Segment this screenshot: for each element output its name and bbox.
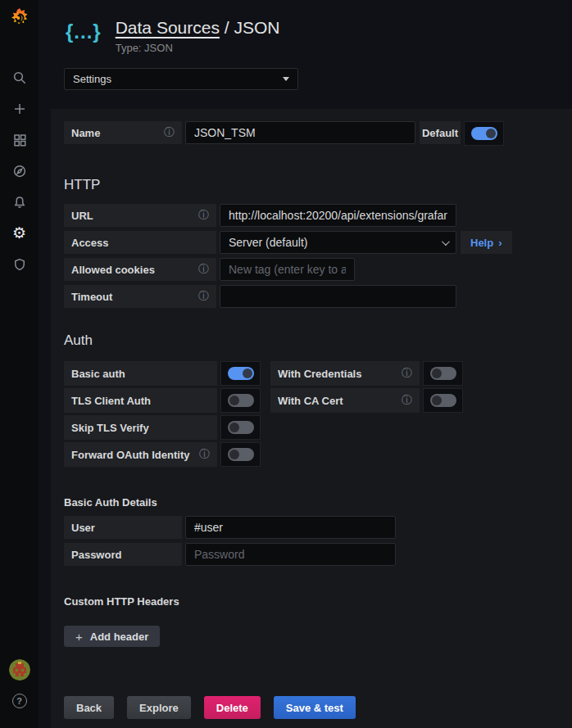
default-label-text: Default [422,127,458,139]
with-ca-cert-toggle-switch[interactable] [430,394,456,407]
name-label-text: Name [71,127,100,139]
page-header: {...} Data Sources / JSON Type: JSON [39,0,572,54]
url-label-text: URL [71,210,93,222]
user-label: User [64,516,182,539]
tls-client-auth-toggle[interactable] [220,388,261,413]
sidebar: ⚙ ? [0,0,39,728]
auth-row-4: Forward OAuth Identity ⓘ [64,442,559,467]
selected-tab-label: Settings [73,73,111,85]
info-icon: ⓘ [402,393,412,408]
user-label-text: User [71,522,95,534]
save-and-test-button[interactable]: Save & test [274,696,356,719]
search-icon[interactable] [12,70,27,85]
help-glyph: ? [16,696,22,706]
timeout-row: Timeout ⓘ [64,285,559,308]
default-label: Default [420,121,461,144]
basic-auth-label-text: Basic auth [71,368,125,380]
sidebar-bottom: ? [9,659,30,708]
back-button[interactable]: Back [64,696,114,719]
grafana-logo[interactable] [8,7,31,29]
add-header-button[interactable]: + Add header [64,626,160,647]
forward-oauth-label-text: Forward OAuth Identity [71,449,189,461]
breadcrumb-separator: / [220,18,234,37]
with-credentials-toggle-switch[interactable] [430,367,456,380]
with-credentials-toggle[interactable] [423,361,463,386]
auth-row-2: TLS Client Auth With CA Cert ⓘ [64,388,559,413]
explore-button[interactable]: Explore [127,696,191,719]
access-select[interactable]: Server (default) [220,231,456,254]
with-credentials-label-text: With Credentials [278,368,361,380]
http-section-title: HTTP [64,177,559,193]
url-label: URL ⓘ [64,204,216,227]
delete-button[interactable]: Delete [204,696,261,719]
forward-oauth-toggle-switch[interactable] [228,448,254,461]
password-label-text: Password [71,549,121,561]
datasource-braces-icon: {...} [66,18,102,54]
allowed-cookies-label: Allowed cookies ⓘ [64,258,216,281]
access-help-button[interactable]: Help › [461,231,512,254]
info-icon: ⓘ [198,208,209,223]
basic-auth-toggle-switch[interactable] [228,367,254,380]
allowed-cookies-row: Allowed cookies ⓘ [64,258,559,281]
allowed-cookies-input[interactable] [220,258,355,281]
with-credentials-label: With Credentials ⓘ [270,361,420,386]
info-icon: ⓘ [198,289,209,304]
user-avatar[interactable] [9,659,30,681]
default-toggle[interactable] [464,121,504,146]
name-row: Name ⓘ Default [64,121,559,144]
basic-auth-toggle[interactable] [220,361,261,386]
sidebar-menu: ⚙ [12,70,27,272]
info-icon: ⓘ [198,262,209,277]
auth-row-3: Skip TLS Verify [64,415,559,440]
settings-panel: Name ⓘ Default HTTP URL ⓘ Access [51,109,572,728]
dashboards-icon[interactable] [12,133,27,147]
skip-tls-verify-label-text: Skip TLS Verify [71,422,149,434]
access-label-text: Access [71,237,109,249]
action-buttons: Back Explore Delete Save & test [64,696,559,719]
info-icon: ⓘ [164,125,175,140]
chevron-down-icon [442,237,450,246]
forward-oauth-label: Forward OAuth Identity ⓘ [64,442,217,467]
main-content: {...} Data Sources / JSON Type: JSON Set… [39,0,572,90]
help-button-label: Help [470,237,493,249]
access-label: Access [64,231,216,254]
plus-icon[interactable] [12,102,27,116]
alerting-bell-icon[interactable] [12,195,27,210]
tls-client-auth-toggle-switch[interactable] [228,394,254,407]
help-icon[interactable]: ? [12,694,27,708]
user-input[interactable] [185,516,396,539]
caret-down-icon [283,77,289,81]
with-ca-cert-label-text: With CA Cert [278,395,343,407]
info-icon: ⓘ [402,366,412,381]
with-ca-cert-label: With CA Cert ⓘ [270,388,420,413]
password-input[interactable] [185,543,396,566]
tls-client-auth-label: TLS Client Auth [64,388,217,413]
tls-client-auth-label-text: TLS Client Auth [71,395,151,407]
auth-row-1: Basic auth With Credentials ⓘ [64,361,559,386]
timeout-label: Timeout ⓘ [64,285,216,308]
breadcrumb-datasources-link[interactable]: Data Sources [116,18,220,37]
explore-compass-icon[interactable] [12,164,27,179]
user-row: User [64,516,559,539]
default-toggle-switch[interactable] [471,127,497,140]
settings-tab-select[interactable]: Settings [64,68,298,90]
chevron-right-icon: › [498,237,502,249]
gear-glyph: ⚙ [12,226,26,241]
access-row: Access Server (default) Help › [64,231,559,254]
with-ca-cert-toggle[interactable] [423,388,463,413]
plus-icon: + [75,630,83,644]
skip-tls-verify-toggle[interactable] [220,415,261,440]
add-header-label: Add header [90,631,149,643]
name-input[interactable] [185,121,415,144]
forward-oauth-toggle[interactable] [220,442,261,467]
url-input[interactable] [220,204,456,227]
basic-auth-details-title: Basic Auth Details [64,496,559,509]
url-row: URL ⓘ [64,204,559,227]
configuration-gear-icon[interactable]: ⚙ [12,226,27,241]
skip-tls-verify-toggle-switch[interactable] [228,421,254,434]
timeout-label-text: Timeout [71,291,112,303]
timeout-input[interactable] [220,285,456,308]
admin-shield-icon[interactable] [12,257,27,272]
name-label: Name ⓘ [64,121,182,144]
allowed-cookies-label-text: Allowed cookies [71,264,155,276]
